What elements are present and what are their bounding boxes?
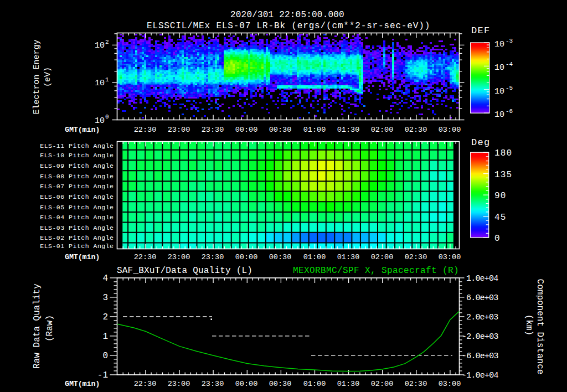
svg-text:2: 2 [102,312,108,322]
svg-text:GMT(min): GMT(min) [65,126,100,134]
svg-text:2.0e+03: 2.0e+03 [466,313,498,322]
svg-text:-3: -3 [506,38,513,44]
svg-text:ELS-09 Pitch Angle: ELS-09 Pitch Angle [40,162,114,169]
svg-text:02:30: 02:30 [405,126,427,134]
svg-text:(eV): (eV) [43,67,53,87]
svg-text:00:00: 00:00 [235,126,258,134]
svg-text:10: 10 [95,41,105,50]
svg-text:22:30: 22:30 [134,253,157,261]
svg-text:(Raw): (Raw) [45,315,55,342]
svg-text:01:00: 01:00 [303,126,326,134]
svg-text:10: 10 [494,87,504,96]
svg-text:22:30: 22:30 [134,126,157,134]
svg-text:-6: -6 [506,108,513,115]
svg-text:10: 10 [494,40,504,49]
svg-text:ELS-05 Pitch Angle: ELS-05 Pitch Angle [40,204,114,211]
svg-text:03:00: 03:00 [439,380,461,388]
svg-text:0: 0 [494,234,501,244]
svg-text:Electron Energy: Electron Energy [32,39,42,114]
svg-text:2020/301 22:05:00.000: 2020/301 22:05:00.000 [230,10,344,20]
svg-text:1.0e+04: 1.0e+04 [466,274,498,283]
svg-text:GMT(min): GMT(min) [65,380,100,388]
svg-text:Deg: Deg [471,137,491,148]
svg-text:ELS-04 Pitch Angle: ELS-04 Pitch Angle [40,214,114,221]
svg-text:23:00: 23:00 [168,380,190,388]
svg-text:ELS-06 Pitch Angle: ELS-06 Pitch Angle [40,193,114,200]
svg-text:-4: -4 [506,61,513,68]
svg-text:ELS-03 Pitch Angle: ELS-03 Pitch Angle [40,224,114,231]
svg-text:10: 10 [494,110,504,120]
svg-text:02:30: 02:30 [405,253,427,261]
svg-text:01:30: 01:30 [337,380,360,388]
svg-text:4: 4 [102,274,108,283]
svg-text:02:00: 02:00 [371,253,394,261]
svg-text:2: 2 [105,39,109,45]
svg-text:00:00: 00:00 [235,253,258,261]
svg-text:(km): (km) [524,314,534,336]
svg-text:45: 45 [494,213,507,223]
svg-text:00:30: 00:30 [269,126,292,134]
svg-text:0: 0 [102,351,108,361]
svg-text:03:00: 03:00 [439,253,461,261]
svg-text:ELS-08 Pitch Angle: ELS-08 Pitch Angle [40,173,114,180]
svg-text:ELS-11 Pitch Angle: ELS-11 Pitch Angle [40,142,114,149]
svg-text:10: 10 [494,63,504,73]
svg-text:01:00: 01:00 [303,380,326,388]
svg-text:01:30: 01:30 [337,253,360,261]
svg-text:02:00: 02:00 [371,126,394,134]
svg-text:23:00: 23:00 [168,126,190,134]
svg-text:02:30: 02:30 [405,380,427,388]
svg-text:01:30: 01:30 [337,126,360,134]
svg-text:90: 90 [494,191,507,201]
svg-text:10: 10 [95,79,105,88]
svg-text:01:00: 01:00 [303,253,326,261]
svg-text:-6.0e+03: -6.0e+03 [462,352,498,361]
svg-text:-5: -5 [506,85,513,91]
svg-text:0: 0 [105,114,109,120]
svg-text:23:30: 23:30 [202,380,224,388]
svg-text:00:30: 00:30 [269,380,292,388]
svg-text:00:00: 00:00 [235,380,258,388]
svg-text:00:30: 00:30 [269,253,292,261]
svg-text:22:30: 22:30 [134,380,157,388]
svg-text:135: 135 [494,170,512,180]
svg-text:-2.0e+03: -2.0e+03 [462,332,498,342]
svg-text:10: 10 [95,116,105,126]
svg-text:23:00: 23:00 [168,253,190,261]
svg-text:ELS-07 Pitch Angle: ELS-07 Pitch Angle [40,183,114,190]
svg-text:GMT(min): GMT(min) [65,253,100,261]
svg-text:Raw Data Quality: Raw Data Quality [32,283,42,369]
svg-text:MEXORBMC/SPF X, Spacecraft (R): MEXORBMC/SPF X, Spacecraft (R) [293,266,459,276]
svg-text:23:30: 23:30 [202,126,224,134]
svg-text:03:00: 03:00 [439,126,461,134]
svg-text:DEF: DEF [471,25,491,36]
svg-text:ELS-02 Pitch Angle: ELS-02 Pitch Angle [40,234,114,241]
svg-text:6.0e+03: 6.0e+03 [466,293,498,303]
svg-text:ELSSCIL/MEx ELS-07 LR-Bk (erg: ELSSCIL/MEx ELS-07 LR-Bk (ergs/(cm**2-sr… [147,21,430,31]
svg-text:ELS-10 Pitch Angle: ELS-10 Pitch Angle [40,152,114,159]
svg-text:02:00: 02:00 [371,380,394,388]
svg-text:ELS-01 Pitch Angle: ELS-01 Pitch Angle [40,243,114,250]
svg-text:SAF_BXuT/Data Quality (L): SAF_BXuT/Data Quality (L) [117,266,252,276]
svg-text:3: 3 [102,293,108,303]
svg-text:-1.0e+04: -1.0e+04 [462,371,498,380]
svg-text:1: 1 [105,76,109,83]
svg-text:Component Distance: Component Distance [535,279,545,375]
svg-text:-1: -1 [97,370,108,380]
svg-text:180: 180 [494,148,512,158]
svg-text:23:30: 23:30 [202,253,224,261]
svg-text:1: 1 [102,332,108,342]
